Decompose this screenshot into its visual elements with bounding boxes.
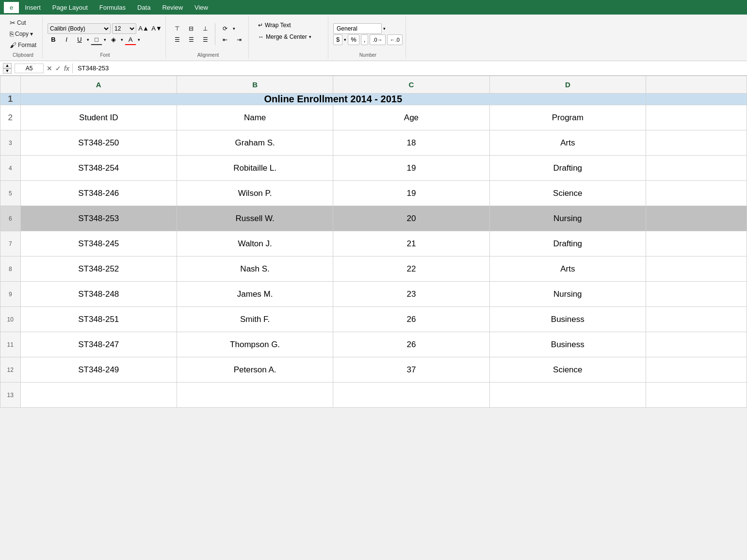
decrease-indent-button[interactable]: ⇤ — [219, 34, 231, 45]
tab-insert[interactable]: Insert — [19, 2, 47, 13]
cell-student-id[interactable]: ST348-248 — [20, 282, 177, 307]
cell-program[interactable]: Business — [489, 332, 646, 357]
border-button[interactable]: □ — [91, 34, 102, 45]
formula-confirm-icon[interactable]: ✓ — [55, 64, 61, 72]
cell-student-id[interactable]: ST348-246 — [20, 181, 177, 206]
merge-center-button[interactable]: ↔ Merge & Center ▾ — [254, 32, 316, 42]
right-align-button[interactable]: ☰ — [199, 34, 211, 45]
underline-dropdown-icon[interactable]: ▾ — [87, 37, 89, 42]
header-name[interactable]: Name — [177, 105, 333, 130]
tab-formulas[interactable]: Formulas — [94, 2, 131, 13]
cell-name[interactable]: James M. — [177, 282, 333, 307]
decrease-font-button[interactable]: A▼ — [151, 23, 162, 34]
cell-age[interactable]: 22 — [333, 256, 489, 282]
cell-name[interactable]: Thompson G. — [177, 332, 333, 357]
number-dropdown-icon[interactable]: ▾ — [383, 26, 386, 31]
cell-program[interactable]: Science — [489, 181, 646, 206]
bold-button[interactable]: B — [48, 34, 59, 45]
comma-button[interactable]: , — [361, 34, 369, 45]
tab-review[interactable]: Review — [156, 2, 189, 13]
tab-page-layout[interactable]: Page Layout — [47, 2, 94, 13]
formula-cancel-icon[interactable]: ✕ — [47, 64, 52, 72]
orientation-button[interactable]: ⟳ — [219, 23, 231, 34]
border-dropdown-icon[interactable]: ▾ — [104, 37, 106, 42]
cell-name[interactable]: Russell W. — [177, 206, 333, 231]
col-header-b[interactable]: B — [177, 76, 333, 94]
tab-home[interactable]: e — [4, 2, 19, 13]
cell-age[interactable]: 23 — [333, 282, 489, 307]
cell-name[interactable]: Wilson P. — [177, 181, 333, 206]
center-align-button[interactable]: ☰ — [185, 34, 197, 45]
cell-program[interactable]: Arts — [489, 256, 646, 282]
cell-student-id[interactable]: ST348-250 — [20, 130, 177, 156]
cell-student-id[interactable]: ST348-254 — [20, 156, 177, 181]
cell-age[interactable]: 21 — [333, 231, 489, 256]
cell-program[interactable]: Nursing — [489, 206, 646, 231]
cell-student-id[interactable]: ST348-245 — [20, 231, 177, 256]
cell-program[interactable]: Drafting — [489, 231, 646, 256]
cell-student-id[interactable]: ST348-251 — [20, 307, 177, 332]
cell-age[interactable]: 19 — [333, 181, 489, 206]
cell-program[interactable]: Business — [489, 307, 646, 332]
empty-cell[interactable] — [177, 383, 333, 408]
col-header-a[interactable]: A — [20, 76, 177, 94]
increase-decimal-button[interactable]: .0→ — [370, 34, 385, 45]
col-header-c[interactable]: C — [333, 76, 489, 94]
tab-data[interactable]: Data — [131, 2, 156, 13]
row-up-button[interactable]: ▲ — [3, 63, 12, 68]
cell-program[interactable]: Nursing — [489, 282, 646, 307]
dollar-dropdown-icon[interactable]: ▾ — [344, 37, 346, 42]
cell-name[interactable]: Smith F. — [177, 307, 333, 332]
formula-input[interactable] — [76, 64, 744, 73]
cell-student-id[interactable]: ST348-247 — [20, 332, 177, 357]
left-align-button[interactable]: ☰ — [171, 34, 183, 45]
empty-cell[interactable] — [333, 383, 489, 408]
cell-age[interactable]: 26 — [333, 307, 489, 332]
bottom-align-button[interactable]: ⊥ — [199, 23, 211, 34]
cell-name[interactable]: Graham S. — [177, 130, 333, 156]
orientation-dropdown-icon[interactable]: ▾ — [233, 26, 235, 31]
copy-button[interactable]: ⎘ Copy ▾ — [7, 29, 36, 39]
cut-button[interactable]: ✂ Cut — [7, 17, 29, 28]
cell-student-id[interactable]: ST348-253 — [20, 206, 177, 231]
font-color-button[interactable]: A — [125, 34, 136, 45]
col-header-d[interactable]: D — [489, 76, 646, 94]
header-age[interactable]: Age — [333, 105, 489, 130]
decrease-decimal-button[interactable]: ←.0 — [387, 34, 403, 45]
cell-name[interactable]: Peterson A. — [177, 357, 333, 383]
cell-reference-box[interactable] — [15, 64, 44, 73]
empty-cell[interactable] — [489, 383, 646, 408]
fill-dropdown-icon[interactable]: ▾ — [121, 37, 123, 42]
font-name-select[interactable]: Calibri (Body) — [48, 23, 111, 34]
sheet-title[interactable]: Online Enrollment 2014 - 2015 — [20, 94, 646, 105]
fx-icon[interactable]: fx — [64, 64, 69, 72]
cell-age[interactable]: 26 — [333, 332, 489, 357]
cell-program[interactable]: Science — [489, 357, 646, 383]
tab-view[interactable]: View — [189, 2, 214, 13]
top-align-button[interactable]: ⊤ — [171, 23, 183, 34]
wrap-text-button[interactable]: ↵ Wrap Text — [254, 20, 295, 30]
cell-name[interactable]: Robitaille L. — [177, 156, 333, 181]
font-size-select[interactable]: 12 — [112, 23, 136, 34]
format-button[interactable]: 🖌 Format — [7, 40, 39, 50]
cell-age[interactable]: 19 — [333, 156, 489, 181]
copy-dropdown-icon[interactable]: ▾ — [30, 31, 33, 37]
font-color-dropdown-icon[interactable]: ▾ — [138, 37, 140, 42]
cell-student-id[interactable]: ST348-252 — [20, 256, 177, 282]
cell-age[interactable]: 37 — [333, 357, 489, 383]
header-program[interactable]: Program — [489, 105, 646, 130]
increase-indent-button[interactable]: ⇥ — [233, 34, 245, 45]
cell-student-id[interactable]: ST348-249 — [20, 357, 177, 383]
fill-color-button[interactable]: ◈ — [108, 34, 119, 45]
cell-program[interactable]: Arts — [489, 130, 646, 156]
cell-age[interactable]: 20 — [333, 206, 489, 231]
increase-font-button[interactable]: A▲ — [138, 23, 149, 34]
cell-name[interactable]: Walton J. — [177, 231, 333, 256]
underline-button[interactable]: U — [74, 34, 85, 45]
cell-program[interactable]: Drafting — [489, 156, 646, 181]
merge-dropdown-icon[interactable]: ▾ — [309, 34, 311, 39]
cell-age[interactable]: 18 — [333, 130, 489, 156]
empty-cell[interactable] — [20, 383, 177, 408]
row-down-button[interactable]: ▼ — [3, 68, 12, 74]
middle-align-button[interactable]: ⊟ — [185, 23, 197, 34]
